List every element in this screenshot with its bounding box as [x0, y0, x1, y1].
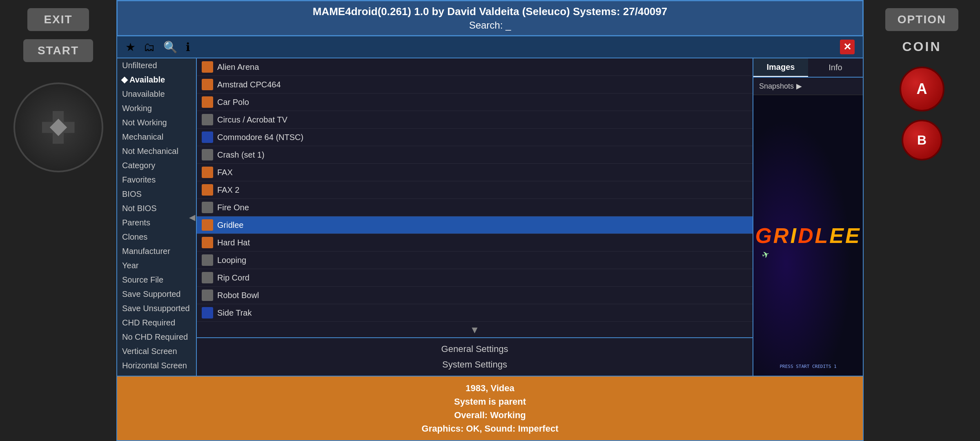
filter-working[interactable]: Working [117, 101, 196, 116]
filter-save-supported[interactable]: Save Supported [117, 287, 196, 301]
game-icon [202, 307, 213, 318]
game-item-robot-bowl[interactable]: Robot Bowl [197, 287, 753, 304]
game-name: Hard Hat [217, 238, 250, 247]
press-start-text: PRESS START CREDITS 1 [780, 364, 836, 369]
game-icon [202, 167, 213, 178]
filter-source-file[interactable]: Source File [117, 273, 196, 287]
game-item-alien-arena[interactable]: Alien Arena [197, 58, 753, 76]
button-a[interactable]: A [900, 67, 944, 111]
filter-label: Category [122, 161, 155, 170]
game-item-hard-hat[interactable]: Hard Hat [197, 234, 753, 252]
filter-label: Year [122, 261, 138, 270]
status-bar: 1983, Videa System is parent Overall: Wo… [116, 376, 864, 441]
filter-label: Available [129, 75, 165, 85]
game-item-amstrad[interactable]: Amstrad CPC464 [197, 76, 753, 94]
filter-custom-filter[interactable]: Custom Filter [117, 373, 196, 376]
game-icon [202, 184, 213, 196]
filter-mechanical[interactable]: Mechanical [117, 130, 196, 144]
game-icon [202, 114, 213, 125]
filter-parents[interactable]: Parents [117, 216, 196, 230]
general-settings-button[interactable]: General Settings [197, 341, 753, 357]
filter-label: Vertical Screen [122, 347, 177, 356]
filter-chd-required[interactable]: CHD Required [117, 316, 196, 330]
filter-year[interactable]: Year [117, 258, 196, 273]
game-item-side-trak[interactable]: Side Trak [197, 304, 753, 322]
game-item-fax2[interactable]: FAX 2 [197, 181, 753, 199]
game-icon [202, 149, 213, 160]
toolbar: ★ 🗂 🔍 ℹ ✕ [116, 36, 864, 58]
filter-clones[interactable]: Clones [117, 230, 196, 244]
game-icon [202, 79, 213, 90]
logo-letter-g: G [755, 224, 773, 247]
game-icon [202, 254, 213, 266]
close-button[interactable]: ✕ [840, 40, 855, 54]
favorites-icon[interactable]: ★ [125, 40, 136, 54]
game-name: Side Trak [217, 308, 252, 318]
filter-save-unsupported[interactable]: Save Unsupported [117, 301, 196, 316]
search-icon[interactable]: 🔍 [163, 40, 178, 54]
filter-horizontal-screen[interactable]: Horizontal Screen [117, 359, 196, 373]
game-item-crash[interactable]: Crash (set 1) [197, 146, 753, 164]
info-icon[interactable]: ℹ [186, 40, 190, 54]
header-title: MAME4droid(0.261) 1.0 by David Valdeita … [126, 5, 854, 18]
logo-letter-ee: EE [829, 224, 861, 247]
filter-not-bios[interactable]: Not BIOS [117, 201, 196, 216]
game-icon [202, 96, 213, 108]
game-name: Gridlee [217, 220, 243, 230]
game-item-looping[interactable]: Looping [197, 252, 753, 269]
filter-manufacturer[interactable]: Manufacturer [117, 244, 196, 258]
folder-icon[interactable]: 🗂 [144, 40, 155, 54]
filter-label: Unavailable [122, 89, 165, 99]
exit-button[interactable]: EXIT [27, 8, 89, 31]
game-list-footer: General Settings System Settings [197, 337, 753, 376]
logo-letter-l: L [815, 224, 829, 247]
game-item-fire-one[interactable]: Fire One [197, 199, 753, 216]
header-search: Search: _ [126, 20, 854, 31]
filter-bios[interactable]: BIOS [117, 187, 196, 201]
info-tabs: Images Info [753, 58, 863, 78]
filter-label: Custom Filter [122, 375, 171, 376]
filter-unavailable[interactable]: Unavailable [117, 87, 196, 101]
filter-unfiltered[interactable]: Unfiltered [117, 58, 196, 73]
game-item-rip-cord[interactable]: Rip Cord [197, 269, 753, 287]
filter-not-working[interactable]: Not Working [117, 116, 196, 130]
game-icon [202, 131, 213, 143]
filter-collapse-arrow[interactable]: ◀ [189, 212, 195, 222]
game-item-car-polo[interactable]: Car Polo [197, 94, 753, 111]
game-name: Alien Arena [217, 62, 259, 72]
filter-available[interactable]: Available [117, 73, 196, 87]
filter-favorites[interactable]: Favorites [117, 173, 196, 187]
game-name: FAX 2 [217, 185, 239, 195]
game-icon [202, 61, 213, 73]
filter-not-mechanical[interactable]: Not Mechanical [117, 144, 196, 158]
game-item-commodore[interactable]: Commodore 64 (NTSC) [197, 129, 753, 146]
filter-vertical-screen[interactable]: Vertical Screen [117, 344, 196, 359]
tab-images[interactable]: Images [753, 58, 808, 77]
filter-label: Save Supported [122, 290, 180, 299]
filter-category[interactable]: Category [117, 158, 196, 173]
option-button[interactable]: OPTION [885, 8, 958, 31]
game-name: Car Polo [217, 98, 249, 107]
header: MAME4droid(0.261) 1.0 by David Valdeita … [116, 0, 864, 36]
filter-label: Mechanical [122, 132, 163, 142]
game-icon [202, 290, 213, 301]
game-icon [202, 219, 213, 231]
snapshot-image: GRIDLEE ✈ PRESS START CREDITS 1 [753, 95, 863, 376]
game-name: Crash (set 1) [217, 150, 265, 160]
dpad-circle[interactable] [13, 82, 103, 172]
game-item-circus[interactable]: Circus / Acrobat TV [197, 111, 753, 129]
start-button[interactable]: START [23, 39, 93, 62]
logo-letter-d: D [798, 224, 815, 247]
game-icon [202, 202, 213, 213]
system-settings-button[interactable]: System Settings [197, 357, 753, 372]
filter-label: Not Working [122, 118, 167, 127]
status-line1: 1983, Videa [466, 383, 514, 393]
dpad[interactable] [13, 82, 103, 172]
game-item-gridlee[interactable]: Gridlee [197, 216, 753, 234]
button-b[interactable]: B [902, 120, 942, 160]
game-name: Robot Bowl [217, 291, 259, 300]
game-item-fax[interactable]: FAX [197, 164, 753, 181]
tab-info[interactable]: Info [808, 58, 863, 77]
filter-label: Favorites [122, 175, 156, 185]
filter-no-chd-required[interactable]: No CHD Required [117, 330, 196, 344]
